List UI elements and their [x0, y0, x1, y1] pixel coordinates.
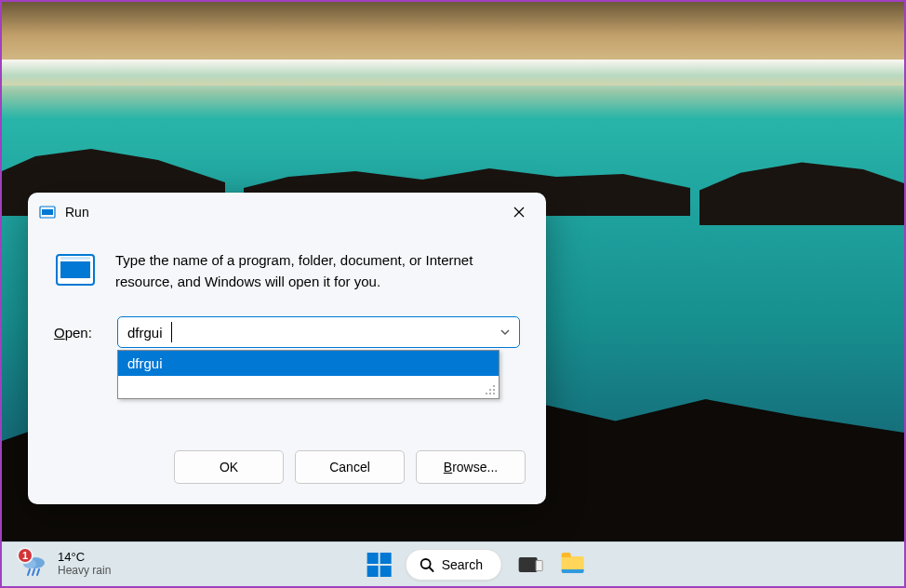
search-icon — [420, 557, 434, 572]
search-button[interactable]: Search — [406, 549, 502, 581]
weather-condition: Heavy rain — [58, 565, 111, 578]
open-label: Open: — [54, 325, 106, 341]
windows-logo-icon — [367, 553, 392, 577]
resize-grip-icon[interactable] — [484, 383, 497, 396]
ok-button[interactable]: OK — [174, 450, 284, 484]
weather-temperature: 14°C — [58, 551, 111, 565]
cancel-button[interactable]: Cancel — [295, 450, 405, 484]
folder-icon — [562, 556, 584, 573]
svg-point-5 — [493, 385, 495, 387]
close-button[interactable] — [498, 197, 540, 227]
run-large-icon — [54, 248, 97, 291]
svg-rect-3 — [60, 261, 90, 278]
svg-line-14 — [33, 569, 34, 575]
notification-badge: 1 — [17, 547, 33, 564]
run-icon — [39, 204, 56, 220]
task-view-icon — [519, 557, 538, 572]
weather-widget[interactable]: 1 14°C Heavy rain — [2, 551, 111, 579]
svg-line-17 — [430, 568, 433, 571]
task-view-button[interactable] — [510, 546, 547, 583]
file-explorer-button[interactable] — [554, 546, 592, 583]
autocomplete-dropdown: dfrgui — [117, 350, 500, 399]
titlebar[interactable]: Run — [28, 193, 546, 232]
autocomplete-item[interactable]: dfrgui — [118, 351, 499, 376]
open-input[interactable] — [117, 316, 520, 348]
dialog-description: Type the name of a program, folder, docu… — [115, 248, 520, 292]
svg-line-15 — [37, 569, 39, 575]
svg-point-7 — [493, 389, 495, 391]
taskbar: 1 14°C Heavy rain Search — [2, 541, 904, 586]
svg-point-10 — [493, 393, 495, 394]
browse-button[interactable]: Browse... — [416, 450, 526, 484]
run-dialog: Run Type the name of a program, folder, … — [28, 193, 546, 504]
chevron-down-icon[interactable] — [496, 323, 514, 341]
svg-point-6 — [489, 389, 491, 391]
svg-point-9 — [489, 393, 491, 394]
weather-icon: 1 — [20, 551, 48, 579]
svg-point-8 — [486, 393, 487, 394]
start-button[interactable] — [361, 546, 398, 583]
svg-rect-4 — [60, 257, 90, 260]
search-label: Search — [442, 557, 483, 572]
svg-rect-1 — [42, 209, 53, 215]
dialog-title: Run — [65, 205, 498, 220]
svg-line-13 — [28, 569, 30, 575]
